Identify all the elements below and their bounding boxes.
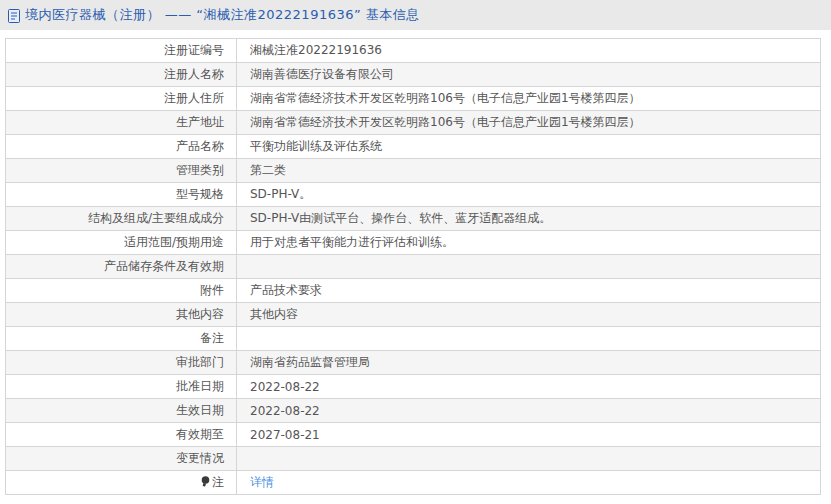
- row-value-cell: 湖南省药品监督管理局: [237, 351, 821, 375]
- row-value-cell: 湖南省常德经济技术开发区乾明路106号（电子信息产业园1号楼第四层）: [237, 111, 821, 135]
- row-label-cell: 注册人名称: [6, 63, 237, 87]
- table-row: 其他内容 其他内容: [6, 303, 821, 327]
- row-label: 管理类别: [176, 163, 224, 177]
- row-value-cell: 2022-08-22: [237, 399, 821, 423]
- row-label: 产品储存条件及有效期: [104, 259, 224, 273]
- row-value-cell: 用于对患者平衡能力进行评估和训练。: [237, 231, 821, 255]
- table-row: 注册人名称 湖南善德医疗设备有限公司: [6, 63, 821, 87]
- table-row: 注册人住所 湖南省常德经济技术开发区乾明路106号（电子信息产业园1号楼第四层）: [6, 87, 821, 111]
- row-label-cell: 产品名称: [6, 135, 237, 159]
- row-label-cell: 注: [6, 471, 237, 495]
- row-value-cell: [237, 255, 821, 279]
- row-value-cell: 2022-08-22: [237, 375, 821, 399]
- row-value: 产品技术要求: [250, 283, 322, 297]
- row-value: SD-PH-V。: [250, 187, 311, 201]
- row-label: 附件: [200, 283, 224, 297]
- row-value: 湖南省常德经济技术开发区乾明路106号（电子信息产业园1号楼第四层）: [250, 91, 641, 105]
- row-value-cell: SD-PH-V由测试平台、操作台、软件、蓝牙适配器组成。: [237, 207, 821, 231]
- row-value-cell: 湖南善德医疗设备有限公司: [237, 63, 821, 87]
- row-value-cell: 其他内容: [237, 303, 821, 327]
- row-label-cell: 注册人住所: [6, 87, 237, 111]
- row-label-cell: 附件: [6, 279, 237, 303]
- row-label: 有效期至: [176, 427, 224, 441]
- page-header: 境内医疗器械（注册） —— “湘械注准20222191636” 基本信息: [0, 0, 831, 30]
- row-label-cell: 结构及组成/主要组成成分: [6, 207, 237, 231]
- row-value: 湖南省常德经济技术开发区乾明路106号（电子信息产业园1号楼第四层）: [250, 115, 641, 129]
- page-title: 境内医疗器械（注册） —— “湘械注准20222191636” 基本信息: [25, 6, 420, 24]
- row-label: 生产地址: [176, 115, 224, 129]
- table-row: 生效日期 2022-08-22: [6, 399, 821, 423]
- table-row: 变更情况: [6, 447, 821, 471]
- row-value: 用于对患者平衡能力进行评估和训练。: [250, 235, 454, 249]
- row-label-cell: 生产地址: [6, 111, 237, 135]
- row-value-cell: 2027-08-21: [237, 423, 821, 447]
- row-label: 审批部门: [176, 355, 224, 369]
- row-value-cell: 第二类: [237, 159, 821, 183]
- document-icon: [8, 9, 20, 23]
- row-label: 产品名称: [176, 139, 224, 153]
- row-label-cell: 型号规格: [6, 183, 237, 207]
- table-row: 产品名称 平衡功能训练及评估系统: [6, 135, 821, 159]
- row-value-cell: [237, 327, 821, 351]
- row-label: 型号规格: [176, 187, 224, 201]
- row-label: 变更情况: [176, 451, 224, 465]
- table-row: 审批部门 湖南省药品监督管理局: [6, 351, 821, 375]
- table-row: 产品储存条件及有效期: [6, 255, 821, 279]
- table-row: 型号规格 SD-PH-V。: [6, 183, 821, 207]
- row-value: 平衡功能训练及评估系统: [250, 139, 382, 153]
- row-label-cell: 备注: [6, 327, 237, 351]
- row-value: 2027-08-21: [250, 428, 320, 442]
- row-label-cell: 适用范围/预期用途: [6, 231, 237, 255]
- row-value-cell: [237, 447, 821, 471]
- table-container: 注册证编号 湘械注准20222191636 注册人名称 湖南善德医疗设备有限公司…: [0, 30, 831, 495]
- table-row: 附件 产品技术要求: [6, 279, 821, 303]
- table-row: 批准日期 2022-08-22: [6, 375, 821, 399]
- row-value: 其他内容: [250, 307, 298, 321]
- row-value: 湖南省药品监督管理局: [250, 355, 370, 369]
- row-label-cell: 批准日期: [6, 375, 237, 399]
- row-value: 湖南善德医疗设备有限公司: [250, 67, 394, 81]
- row-value-cell: 湘械注准20222191636: [237, 39, 821, 63]
- row-value: 2022-08-22: [250, 404, 320, 418]
- row-label: 注: [212, 475, 224, 489]
- table-row: 备注: [6, 327, 821, 351]
- row-label: 注册证编号: [164, 43, 224, 57]
- row-label: 结构及组成/主要组成成分: [88, 211, 224, 225]
- table-row: 适用范围/预期用途 用于对患者平衡能力进行评估和训练。: [6, 231, 821, 255]
- row-label: 适用范围/预期用途: [124, 235, 224, 249]
- row-label: 批准日期: [176, 379, 224, 393]
- table-row: 注 详情: [6, 471, 821, 495]
- row-value-cell: 产品技术要求: [237, 279, 821, 303]
- table-row: 有效期至 2027-08-21: [6, 423, 821, 447]
- row-label-cell: 有效期至: [6, 423, 237, 447]
- row-value: 湘械注准20222191636: [250, 43, 382, 57]
- row-value: 第二类: [250, 163, 286, 177]
- row-label-cell: 管理类别: [6, 159, 237, 183]
- details-link[interactable]: 详情: [250, 475, 274, 489]
- row-label: 注册人名称: [164, 67, 224, 81]
- row-label-cell: 产品储存条件及有效期: [6, 255, 237, 279]
- row-value: SD-PH-V由测试平台、操作台、软件、蓝牙适配器组成。: [250, 211, 551, 225]
- row-value: 2022-08-22: [250, 380, 320, 394]
- row-label-cell: 变更情况: [6, 447, 237, 471]
- registration-info-table: 注册证编号 湘械注准20222191636 注册人名称 湖南善德医疗设备有限公司…: [5, 38, 821, 495]
- table-row: 生产地址 湖南省常德经济技术开发区乾明路106号（电子信息产业园1号楼第四层）: [6, 111, 821, 135]
- table-row: 结构及组成/主要组成成分 SD-PH-V由测试平台、操作台、软件、蓝牙适配器组成…: [6, 207, 821, 231]
- lightbulb-icon: [201, 476, 210, 490]
- row-label-cell: 其他内容: [6, 303, 237, 327]
- row-label-cell: 注册证编号: [6, 39, 237, 63]
- row-value-cell: 湖南省常德经济技术开发区乾明路106号（电子信息产业园1号楼第四层）: [237, 87, 821, 111]
- row-label: 备注: [200, 331, 224, 345]
- row-value-cell: 详情: [237, 471, 821, 495]
- table-row: 注册证编号 湘械注准20222191636: [6, 39, 821, 63]
- row-label-cell: 生效日期: [6, 399, 237, 423]
- row-label: 注册人住所: [164, 91, 224, 105]
- row-value-cell: SD-PH-V。: [237, 183, 821, 207]
- row-label: 其他内容: [176, 307, 224, 321]
- row-label: 生效日期: [176, 403, 224, 417]
- row-label-cell: 审批部门: [6, 351, 237, 375]
- row-value-cell: 平衡功能训练及评估系统: [237, 135, 821, 159]
- table-row: 管理类别 第二类: [6, 159, 821, 183]
